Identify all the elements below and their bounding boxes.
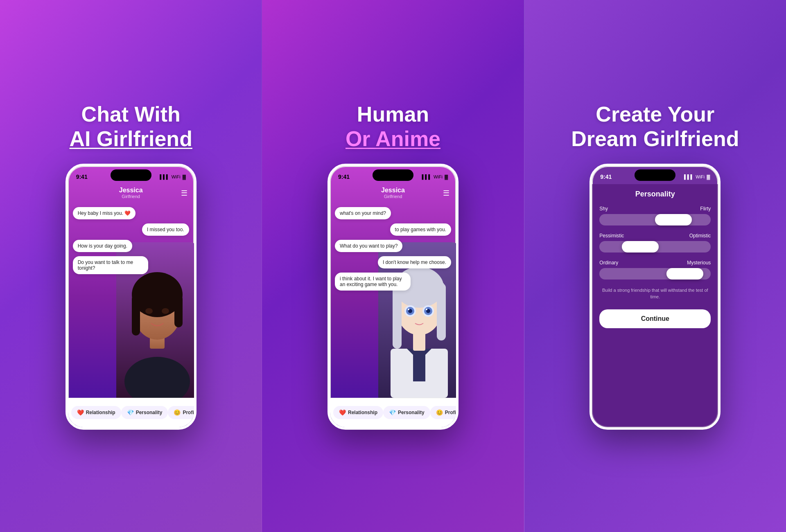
battery-icon-3: ▓: [707, 174, 710, 179]
personality-icon-2: 💎: [389, 409, 396, 416]
chat-bubble: what's on your mind?: [335, 207, 391, 219]
phone-icons-2: ▌▌▌ WiFi ▓: [422, 174, 448, 179]
personality-description: Build a strong friendship that will with…: [599, 287, 711, 300]
svg-point-8: [162, 308, 169, 314]
nav-profile-2[interactable]: 😊 Profile: [430, 406, 458, 419]
phone-time-3: 9:41: [600, 174, 612, 180]
phone-time-1: 9:41: [76, 174, 88, 180]
continue-button[interactable]: Continue: [599, 309, 711, 328]
nav-personality-2[interactable]: 💎 Personality: [383, 406, 430, 419]
chat-bubble: Do you want to talk to me tonight?: [73, 256, 149, 274]
svg-rect-6: [174, 295, 183, 327]
chat-bubble: What do you want to play?: [335, 240, 402, 252]
slider-track-3[interactable]: [599, 268, 711, 280]
phone-mockup-2: 9:41 ▌▌▌ WiFi ▓ Jessica Girlfriend ☰: [328, 164, 458, 430]
status-bar-1: 9:41 ▌▌▌ WiFi ▓: [68, 166, 194, 184]
slider-thumb-2[interactable]: [622, 241, 659, 252]
nav-label-profile-1: Profile: [183, 410, 196, 415]
nav-label-personality-2: Personality: [398, 410, 425, 415]
chat-bubble: to play games with you.: [390, 223, 451, 236]
svg-point-7: [145, 308, 153, 314]
wifi-icon: WiFi: [172, 174, 181, 179]
nav-relationship-1[interactable]: ❤️ Relationship: [71, 406, 121, 419]
slider-track-2[interactable]: [599, 241, 711, 252]
wifi-icon-2: WiFi: [434, 174, 443, 179]
signal-icon-3: ▌▌▌: [684, 174, 693, 179]
contact-role-1: Girlfriend: [68, 194, 194, 199]
svg-rect-5: [132, 295, 140, 336]
slider-track-1[interactable]: [599, 214, 711, 225]
chat-bubble: Hey baby I miss you. ❤️: [73, 207, 136, 219]
slider-right-1: Flirty: [700, 206, 711, 212]
bottom-nav-2: ❤️ Relationship 💎 Personality 😊 Profile: [330, 398, 456, 427]
phone-header-2: Jessica Girlfriend ☰: [330, 184, 456, 202]
menu-icon-2[interactable]: ☰: [443, 189, 449, 198]
panel1-headline: Chat With AI Girlfriend: [69, 102, 192, 151]
slider-left-3: Ordinary: [599, 260, 618, 266]
signal-icon: ▌▌▌: [160, 174, 169, 179]
nav-label-personality-1: Personality: [136, 410, 163, 415]
nav-relationship-2[interactable]: ❤️ Relationship: [333, 406, 383, 419]
battery-icon: ▓: [183, 174, 186, 179]
slider-group-shy-flirty: Shy Flirty: [599, 206, 711, 225]
slider-labels-1: Shy Flirty: [599, 206, 711, 212]
svg-point-21: [408, 309, 409, 310]
phone-notch-2: [373, 169, 413, 181]
nav-label-profile-2: Profile: [445, 410, 458, 415]
slider-right-3: Mysterious: [687, 260, 711, 266]
phone-notch-1: [111, 169, 151, 181]
personality-content: Personality Shy Flirty Pessimistic Optim…: [592, 184, 718, 427]
bottom-nav-1: ❤️ Relationship 💎 Personality 😊 Profile: [68, 398, 194, 427]
profile-icon-1: 😊: [174, 409, 181, 416]
svg-point-25: [426, 309, 427, 310]
chat-bubble: i think about it. I want to play an exci…: [335, 273, 411, 291]
phone-notch-3: [635, 169, 675, 181]
profile-icon-2: 😊: [436, 409, 443, 416]
phone-icons-1: ▌▌▌ WiFi ▓: [160, 174, 185, 179]
wifi-icon-3: WiFi: [696, 174, 705, 179]
status-bar-3: 9:41 ▌▌▌ WiFi ▓: [592, 166, 718, 184]
phone-header-1: Jessica Girlfriend ☰: [68, 184, 194, 202]
phone-mockup-1: 9:41 ▌▌▌ WiFi ▓ Jessica Girlfriend ☰: [66, 164, 196, 430]
relationship-icon-1: ❤️: [77, 409, 84, 416]
slider-left-1: Shy: [599, 206, 608, 212]
phone-time-2: 9:41: [338, 174, 350, 180]
personality-title: Personality: [599, 190, 711, 198]
slider-group-ordinary-mysterious: Ordinary Mysterious: [599, 260, 711, 280]
chat-area-2: what's on your mind? to play games with …: [330, 202, 456, 398]
relationship-icon-2: ❤️: [339, 409, 346, 416]
slider-left-2: Pessimistic: [599, 233, 624, 239]
personality-icon-1: 💎: [127, 409, 134, 416]
panel-chat: Chat With AI Girlfriend 9:41 ▌▌▌ WiFi ▓ …: [0, 0, 262, 532]
chat-bubble: I don't know help me choose.: [378, 256, 451, 268]
status-bar-2: 9:41 ▌▌▌ WiFi ▓: [330, 166, 456, 184]
panel-create: Create Your Dream Girlfriend 9:41 ▌▌▌ Wi…: [524, 0, 786, 532]
panel3-headline: Create Your Dream Girlfriend: [571, 102, 739, 151]
phone-mockup-3: 9:41 ▌▌▌ WiFi ▓ Personality Shy Flirty: [590, 164, 720, 430]
phone-icons-3: ▌▌▌ WiFi ▓: [684, 174, 710, 179]
nav-profile-1[interactable]: 😊 Profile: [168, 406, 196, 419]
slider-group-pessimistic-optimistic: Pessimistic Optimistic: [599, 233, 711, 252]
contact-name-1: Jessica: [68, 187, 194, 194]
nav-personality-1[interactable]: 💎 Personality: [121, 406, 168, 419]
nav-label-relationship-2: Relationship: [348, 410, 377, 415]
battery-icon-2: ▓: [445, 174, 448, 179]
slider-thumb-1[interactable]: [655, 214, 692, 225]
nav-label-relationship-1: Relationship: [86, 410, 115, 415]
chat-bubble: How is your day going.: [73, 240, 132, 252]
panel2-headline: Human Or Anime: [346, 102, 440, 151]
slider-labels-2: Pessimistic Optimistic: [599, 233, 711, 239]
contact-role-2: Girlfriend: [330, 194, 456, 199]
chat-bubble: I missed you too.: [142, 223, 189, 236]
slider-right-2: Optimistic: [689, 233, 711, 239]
panel-anime: Human Or Anime 9:41 ▌▌▌ WiFi ▓ Jessica G…: [262, 0, 524, 532]
contact-name-2: Jessica: [330, 187, 456, 194]
signal-icon-2: ▌▌▌: [422, 174, 431, 179]
slider-labels-3: Ordinary Mysterious: [599, 260, 711, 266]
chat-area-1: Hey baby I miss you. ❤️ I missed you too…: [68, 202, 194, 398]
menu-icon-1[interactable]: ☰: [181, 189, 187, 198]
slider-thumb-3[interactable]: [666, 268, 703, 280]
